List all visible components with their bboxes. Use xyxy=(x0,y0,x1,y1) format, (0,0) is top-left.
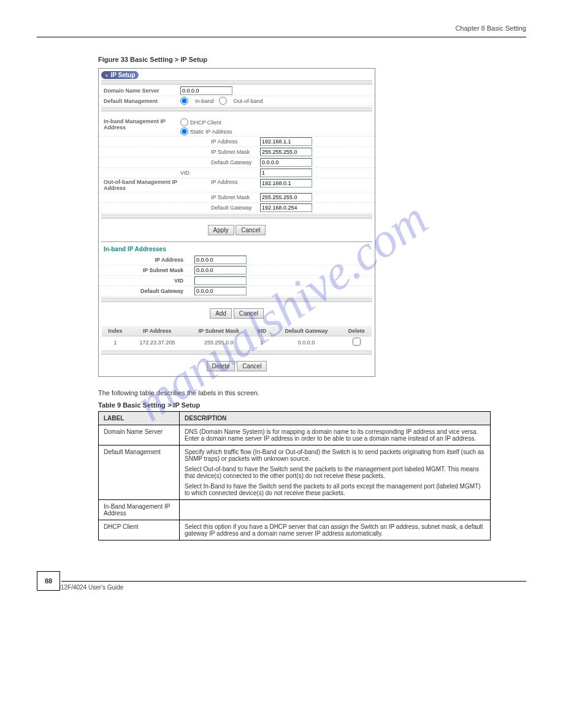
radio-inband[interactable] xyxy=(180,97,188,105)
ip-address-label-2: IP Address xyxy=(180,179,260,185)
figure-caption: Figure 33 Basic Setting > IP Setup xyxy=(98,56,526,63)
mask2-input[interactable] xyxy=(194,266,247,275)
table-caption: Table 9 Basic Setting > IP Setup xyxy=(98,401,526,409)
panel-title: IP Setup xyxy=(101,71,139,79)
inband-mask-input[interactable] xyxy=(260,148,312,156)
gw-label-3: Default Gateway xyxy=(104,288,194,294)
th-mask: IP Subnet Mask xyxy=(186,326,252,336)
ip-address-label: IP Address xyxy=(180,138,260,145)
desc-label: Domain Name Server xyxy=(99,425,180,446)
gateway-label: Default Gateway xyxy=(180,159,260,165)
desc-label: In-Band Management IP Address xyxy=(99,500,180,520)
outband-ip-input[interactable] xyxy=(260,179,312,188)
desc-p3: Select In-Band to have the Switch send t… xyxy=(185,483,485,496)
ip-setup-panel: IP Setup Domain Name Server Default Mana… xyxy=(98,68,375,377)
th-ip: IP Address xyxy=(129,326,185,336)
desc-text: DNS (Domain Name System) is for mapping … xyxy=(180,425,491,446)
subnet-label-2: IP Subnet Mask xyxy=(180,194,260,200)
th-vid: VID xyxy=(252,326,272,336)
add-button[interactable]: Add xyxy=(210,308,232,319)
page-number: 88 xyxy=(37,571,60,591)
cell-index: 1 xyxy=(102,336,129,349)
radio-dhcp[interactable] xyxy=(180,118,188,126)
outband-gw-input[interactable] xyxy=(260,203,312,212)
ip2-input[interactable] xyxy=(194,256,247,264)
outband-mgmt-label: Out-of-band Management IP Address xyxy=(104,179,180,191)
section-bar xyxy=(101,80,372,85)
table-row: 1 172.23.37.205 255.255.0.0 1 0.0.0.0 xyxy=(102,336,372,349)
section-bar xyxy=(101,214,372,219)
vid-label: VID xyxy=(180,170,260,176)
desc-text xyxy=(180,500,491,520)
desc-text: Select this option if you have a DHCP se… xyxy=(180,520,491,540)
dns-input[interactable] xyxy=(180,86,232,95)
subnet-label: IP Subnet Mask xyxy=(180,149,260,155)
radio-static[interactable] xyxy=(180,127,188,135)
vid-label-3: VID xyxy=(104,278,194,284)
desc-row: In-Band Management IP Address xyxy=(99,500,491,520)
radio-outofband-label: Out-of-band xyxy=(234,98,263,104)
ip-label-3: IP Address xyxy=(104,257,194,263)
cell-vid: 1 xyxy=(252,336,272,349)
cancel-button-1[interactable]: Cancel xyxy=(236,225,266,235)
desc-row: Default Management Specify which traffic… xyxy=(99,446,491,500)
radio-outofband[interactable] xyxy=(219,97,227,105)
inband-gw-input[interactable] xyxy=(260,158,312,167)
dns-label: Domain Name Server xyxy=(104,88,180,94)
section-bar xyxy=(101,107,372,112)
desc-row: DHCP Client Select this option if you ha… xyxy=(99,520,491,540)
delete-button[interactable]: Delete xyxy=(207,361,236,371)
default-mgmt-label: Default Management xyxy=(104,98,180,104)
cell-ip: 172.23.37.205 xyxy=(129,336,185,349)
section-bar xyxy=(101,351,372,355)
footer-title: GS-4012F/4024 User's Guide xyxy=(43,584,526,591)
th-gw: Default Gateway xyxy=(271,326,341,336)
static-label: Static IP Address xyxy=(190,129,232,135)
dhcp-label: DHCP Client xyxy=(190,119,221,126)
desc-p1: Specify which traffic flow (In-Band or O… xyxy=(185,449,485,462)
description-table: LABEL DESCRIPTION Domain Name Server DNS… xyxy=(98,411,491,540)
th-desc: DESCRIPTION xyxy=(180,412,491,425)
inband-ips-title: In-band IP Addresses xyxy=(99,243,375,255)
ip-addresses-table: Index IP Address IP Subnet Mask VID Defa… xyxy=(102,326,372,348)
footer-text: The following table describes the labels… xyxy=(98,389,526,396)
outband-mask-input[interactable] xyxy=(260,193,312,202)
desc-text: Specify which traffic flow (In-Band or O… xyxy=(180,446,491,500)
th-delete: Delete xyxy=(341,326,372,336)
cell-mask: 255.255.0.0 xyxy=(186,336,252,349)
gateway-label-2: Default Gateway xyxy=(180,205,260,211)
th-index: Index xyxy=(102,326,129,336)
inband-vid-input[interactable] xyxy=(260,169,312,177)
cell-gw: 0.0.0.0 xyxy=(271,336,341,349)
cancel-button-2[interactable]: Cancel xyxy=(234,308,264,319)
section-bar xyxy=(101,298,372,302)
radio-inband-label: In-band xyxy=(195,98,214,104)
desc-p2: Select Out-of-band to have the Switch se… xyxy=(185,466,485,479)
desc-label: Default Management xyxy=(99,446,180,500)
desc-label: DHCP Client xyxy=(99,520,180,540)
vid2-input[interactable] xyxy=(194,276,247,285)
inband-ip-input[interactable] xyxy=(260,137,312,146)
delete-checkbox[interactable] xyxy=(353,338,361,346)
page-footer: 88 GS-4012F/4024 User's Guide xyxy=(37,571,526,598)
apply-button[interactable]: Apply xyxy=(208,225,234,235)
mask-label-3: IP Subnet Mask xyxy=(104,267,194,273)
chapter-header: Chapter 8 Basic Setting xyxy=(37,25,526,37)
th-label: LABEL xyxy=(99,412,180,425)
cancel-button-3[interactable]: Cancel xyxy=(237,361,267,371)
desc-row: Domain Name Server DNS (Domain Name Syst… xyxy=(99,425,491,446)
inband-mgmt-label: In-band Management IP Address xyxy=(104,118,180,131)
gw2-input[interactable] xyxy=(194,287,247,295)
